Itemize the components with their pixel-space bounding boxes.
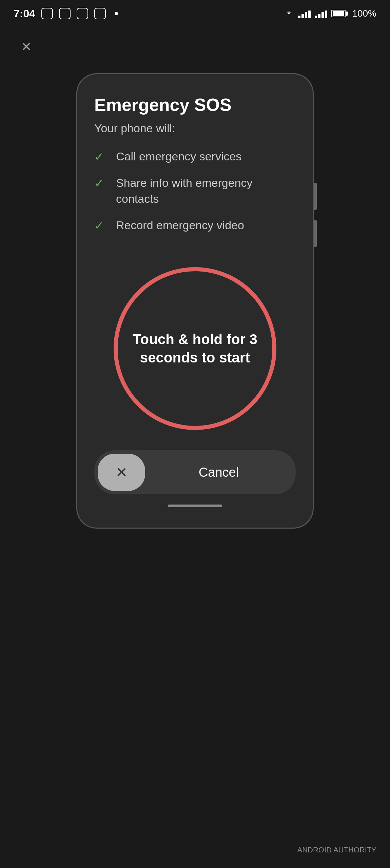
status-right: 100% bbox=[284, 8, 376, 19]
check-icon-3: ✓ bbox=[94, 219, 106, 232]
checklist-item-2-text: Share info with emergency contacts bbox=[116, 175, 296, 207]
battery-icon bbox=[331, 10, 348, 17]
android-authority-watermark: ANDROID AUTHORITY bbox=[297, 846, 376, 854]
sos-circle[interactable]: Touch & hold for 3 seconds to start bbox=[114, 267, 276, 430]
wifi-icon bbox=[284, 8, 294, 19]
status-time: 7:04 bbox=[14, 7, 35, 20]
app-icon-3 bbox=[77, 8, 88, 19]
check-icon-1: ✓ bbox=[94, 150, 106, 163]
cancel-label[interactable]: Cancel bbox=[145, 465, 292, 480]
sos-circle-container: Touch & hold for 3 seconds to start bbox=[94, 267, 296, 430]
cancel-x-icon: ✕ bbox=[116, 464, 128, 481]
list-item: ✓ Share info with emergency contacts bbox=[94, 175, 296, 207]
check-icon-2: ✓ bbox=[94, 176, 106, 190]
checklist: ✓ Call emergency services ✓ Share info w… bbox=[94, 149, 296, 233]
checklist-item-1-text: Call emergency services bbox=[116, 149, 241, 165]
status-left: 7:04 bbox=[14, 7, 118, 20]
close-btn-area: ✕ bbox=[0, 27, 390, 66]
notification-dot bbox=[115, 12, 118, 15]
app-icon-4 bbox=[94, 8, 106, 19]
phone-frame: Emergency SOS Your phone will: ✓ Call em… bbox=[76, 73, 314, 529]
signal-bars-2 bbox=[315, 9, 327, 18]
sos-circle-text: Touch & hold for 3 seconds to start bbox=[118, 323, 272, 374]
app-icon-1 bbox=[41, 8, 53, 19]
battery-percent: 100% bbox=[352, 8, 376, 19]
emergency-sos-title: Emergency SOS bbox=[94, 95, 296, 115]
status-bar: 7:04 bbox=[0, 0, 390, 27]
home-indicator bbox=[168, 505, 222, 507]
checklist-item-3-text: Record emergency video bbox=[116, 217, 244, 234]
list-item: ✓ Call emergency services bbox=[94, 149, 296, 165]
phone-will-subtitle: Your phone will: bbox=[94, 122, 296, 135]
bottom-bar: ✕ Cancel bbox=[94, 450, 296, 494]
cancel-x-button[interactable]: ✕ bbox=[98, 454, 145, 491]
app-icon-2 bbox=[59, 8, 71, 19]
close-button[interactable]: ✕ bbox=[17, 37, 36, 56]
list-item: ✓ Record emergency video bbox=[94, 217, 296, 234]
close-icon: ✕ bbox=[21, 39, 32, 54]
signal-bars-1 bbox=[298, 9, 311, 18]
